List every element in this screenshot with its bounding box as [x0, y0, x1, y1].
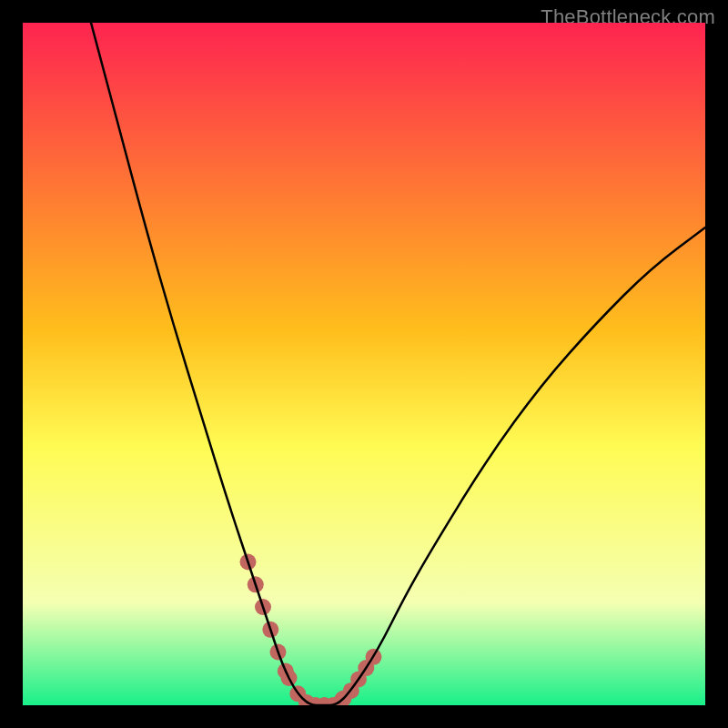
gradient-bg	[23, 23, 705, 705]
chart-svg	[23, 23, 705, 705]
plot-area	[23, 23, 705, 705]
plot-frame	[23, 23, 705, 705]
